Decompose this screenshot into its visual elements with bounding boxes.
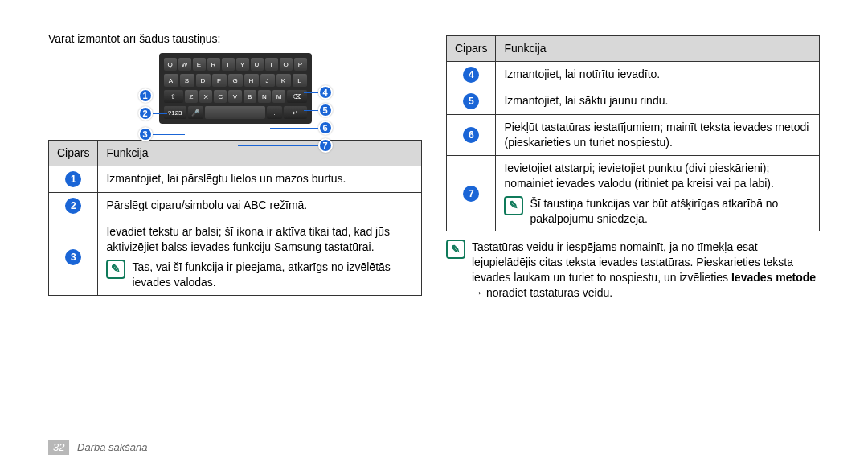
space-key [205,106,266,119]
bottom-note-post: → norādiet tastatūras veidu. [472,286,612,299]
row-text: Ievadiet tekstu ar balsi; šī ikona ir ak… [106,224,413,255]
row-text: Izmantojiet, lai notīrītu ievadīto. [496,61,820,88]
right-function-table: Cipars Funkcija 4 Izmantojiet, lai notīr… [446,35,820,231]
note-icon: ✎ [504,196,523,215]
bottom-note-strong: Ievades metode [731,271,816,284]
row-badge: 7 [463,186,479,202]
row-badge: 1 [65,171,81,187]
note-icon: ✎ [106,260,125,279]
note-icon: ✎ [446,240,465,259]
note-text: Tas, vai šī funkcija ir pieejama, atkarī… [132,260,413,290]
mic-key-icon: 🎤 [188,106,203,119]
row-text: Izmantojiet, lai pārslēgtu lielos un maz… [98,166,422,192]
row-badge: 2 [65,198,81,214]
callout-1: 1 [138,88,153,103]
col-header-cipars: Cipars [49,141,98,166]
callout-6: 6 [318,121,333,135]
row-badge: 4 [463,67,479,83]
page-footer: 32 Darba sākšana [48,440,148,455]
enter-key-icon: ↵ [284,106,306,119]
callout-4: 4 [318,85,333,100]
bottom-note: ✎ Tastatūras veidu ir iespējams nomainīt… [446,240,820,301]
row-badge: 5 [463,93,479,109]
callout-3: 3 [138,127,153,141]
callout-5: 5 [318,103,333,117]
row-text: Ievietojiet atstarpi; ievietojiet punktu… [504,161,811,191]
intro-text: Varat izmantot arī šādus taustiņus: [48,32,422,45]
row-badge: 3 [65,249,81,265]
left-function-table: Cipars Funkcija 1 Izmantojiet, lai pārsl… [48,140,422,296]
row-badge: 6 [463,127,479,143]
row-text: Pārslēgt ciparu/simbolu vai ABC režīmā. [98,192,422,219]
row-text: Izmantojiet, lai sāktu jaunu rindu. [496,88,820,114]
col-header-funkcija: Funkcija [98,141,422,166]
col-header-cipars: Cipars [447,36,496,62]
shift-key-icon: ⇧ [164,90,183,103]
section-title: Darba sākšana [77,441,147,453]
page-number: 32 [48,440,69,455]
col-header-funkcija: Funkcija [496,36,820,62]
callout-2: 2 [138,106,153,121]
note-text: Šī taustiņa funkcijas var būt atšķirīgas… [530,196,811,227]
mode-key: ?123 [164,106,186,119]
keyboard: QWERTYUIOP ASDFGHJKL ⇧ ZXCVBNM ⌫ ?123 🎤 … [159,53,312,124]
callout-7: 7 [318,138,333,153]
row-text: Piekļūt tastatūras iestatījumiem; mainīt… [496,115,820,156]
keyboard-diagram: QWERTYUIOP ASDFGHJKL ⇧ ZXCVBNM ⌫ ?123 🎤 … [131,53,340,124]
